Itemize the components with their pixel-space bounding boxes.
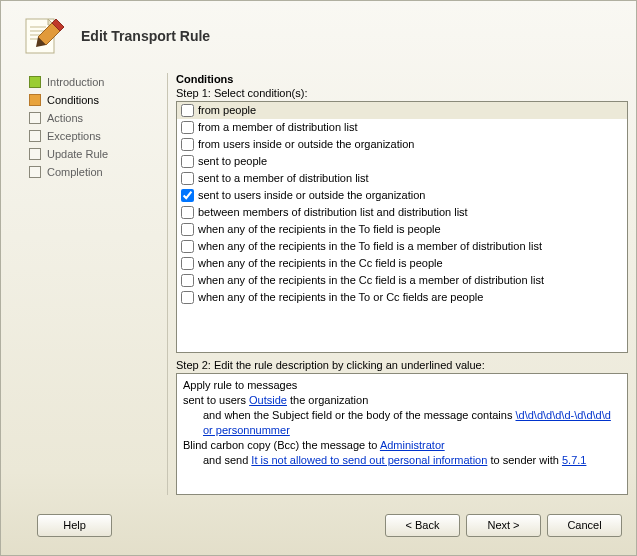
condition-row[interactable]: from a member of distribution list xyxy=(177,119,627,136)
wizard-body: Introduction Conditions Actions Exceptio… xyxy=(1,73,636,499)
desc-line-sent-to: sent to users Outside the organization xyxy=(183,393,621,408)
condition-row[interactable]: between members of distribution list and… xyxy=(177,204,627,221)
conditions-scroll[interactable]: from peoplefrom a member of distribution… xyxy=(177,102,627,352)
section-title: Conditions xyxy=(176,73,628,85)
desc-line-subject: and when the Subject field or the body o… xyxy=(183,408,621,438)
wizard-window: Edit Transport Rule Introduction Conditi… xyxy=(0,0,637,556)
nav-label: Conditions xyxy=(47,94,99,106)
nav-update-rule[interactable]: Update Rule xyxy=(29,145,163,163)
nav-introduction[interactable]: Introduction xyxy=(29,73,163,91)
condition-label: when any of the recipients in the To or … xyxy=(198,290,483,305)
link-reject-text[interactable]: It is not allowed to send out personal i… xyxy=(251,454,487,466)
condition-row[interactable]: sent to a member of distribution list xyxy=(177,170,627,187)
nav-exceptions[interactable]: Exceptions xyxy=(29,127,163,145)
nav-label: Introduction xyxy=(47,76,104,88)
step-pending-icon xyxy=(29,148,41,160)
condition-checkbox[interactable] xyxy=(181,291,194,304)
document-pencil-icon xyxy=(19,12,67,60)
condition-row[interactable]: when any of the recipients in the To fie… xyxy=(177,221,627,238)
wizard-footer: Help < Back Next > Cancel xyxy=(1,499,636,555)
nav-conditions[interactable]: Conditions xyxy=(29,91,163,109)
condition-label: between members of distribution list and… xyxy=(198,205,468,220)
back-button[interactable]: < Back xyxy=(385,514,460,537)
desc-line-apply: Apply rule to messages xyxy=(183,378,621,393)
condition-checkbox[interactable] xyxy=(181,138,194,151)
condition-label: from users inside or outside the organiz… xyxy=(198,137,414,152)
condition-checkbox[interactable] xyxy=(181,223,194,236)
condition-label: from people xyxy=(198,103,256,118)
step2-label: Step 2: Edit the rule description by cli… xyxy=(176,359,628,371)
nav-actions[interactable]: Actions xyxy=(29,109,163,127)
wizard-sidebar: Introduction Conditions Actions Exceptio… xyxy=(9,73,167,495)
condition-checkbox[interactable] xyxy=(181,104,194,117)
condition-checkbox[interactable] xyxy=(181,172,194,185)
rule-description-box: Apply rule to messages sent to users Out… xyxy=(176,373,628,495)
condition-checkbox[interactable] xyxy=(181,121,194,134)
next-button[interactable]: Next > xyxy=(466,514,541,537)
condition-checkbox[interactable] xyxy=(181,155,194,168)
nav-label: Completion xyxy=(47,166,103,178)
desc-line-send: and send It is not allowed to send out p… xyxy=(183,453,621,468)
link-scope[interactable]: Outside xyxy=(249,394,287,406)
condition-label: sent to a member of distribution list xyxy=(198,171,369,186)
condition-row[interactable]: when any of the recipients in the To fie… xyxy=(177,238,627,255)
step-pending-icon xyxy=(29,166,41,178)
condition-checkbox[interactable] xyxy=(181,240,194,253)
condition-row[interactable]: from users inside or outside the organiz… xyxy=(177,136,627,153)
step-current-icon xyxy=(29,94,41,106)
condition-label: sent to users inside or outside the orga… xyxy=(198,188,425,203)
nav-label: Update Rule xyxy=(47,148,108,160)
condition-label: from a member of distribution list xyxy=(198,120,358,135)
step-pending-icon xyxy=(29,130,41,142)
desc-line-bcc: Blind carbon copy (Bcc) the message to A… xyxy=(183,438,621,453)
help-button[interactable]: Help xyxy=(37,514,112,537)
wizard-header: Edit Transport Rule xyxy=(1,1,636,73)
wizard-title: Edit Transport Rule xyxy=(81,28,210,44)
condition-label: when any of the recipients in the Cc fie… xyxy=(198,256,443,271)
condition-checkbox[interactable] xyxy=(181,274,194,287)
step-done-icon xyxy=(29,76,41,88)
condition-label: when any of the recipients in the Cc fie… xyxy=(198,273,544,288)
condition-checkbox[interactable] xyxy=(181,257,194,270)
nav-label: Actions xyxy=(47,112,83,124)
condition-row[interactable]: sent to users inside or outside the orga… xyxy=(177,187,627,204)
condition-row[interactable]: when any of the recipients in the Cc fie… xyxy=(177,255,627,272)
condition-label: sent to people xyxy=(198,154,267,169)
step1-label: Step 1: Select condition(s): xyxy=(176,87,628,99)
step-pending-icon xyxy=(29,112,41,124)
condition-label: when any of the recipients in the To fie… xyxy=(198,222,441,237)
condition-row[interactable]: sent to people xyxy=(177,153,627,170)
condition-row[interactable]: from people xyxy=(177,102,627,119)
condition-checkbox[interactable] xyxy=(181,206,194,219)
wizard-main: Conditions Step 1: Select condition(s): … xyxy=(167,73,628,495)
conditions-listbox: from peoplefrom a member of distribution… xyxy=(176,101,628,353)
condition-row[interactable]: when any of the recipients in the Cc fie… xyxy=(177,272,627,289)
condition-row[interactable]: when any of the recipients in the To or … xyxy=(177,289,627,306)
cancel-button[interactable]: Cancel xyxy=(547,514,622,537)
condition-checkbox[interactable] xyxy=(181,189,194,202)
nav-label: Exceptions xyxy=(47,130,101,142)
link-status-code[interactable]: 5.7.1 xyxy=(562,454,586,466)
link-recipient[interactable]: Administrator xyxy=(380,439,445,451)
nav-completion[interactable]: Completion xyxy=(29,163,163,181)
condition-label: when any of the recipients in the To fie… xyxy=(198,239,542,254)
